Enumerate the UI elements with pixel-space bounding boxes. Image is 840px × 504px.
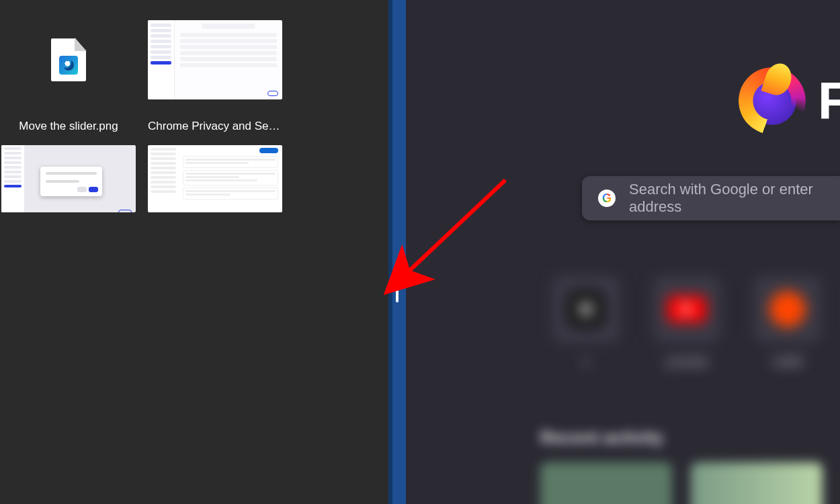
google-icon <box>598 190 616 207</box>
shortcut-tile[interactable]: x <box>552 276 620 369</box>
reddit-icon <box>769 291 806 327</box>
file-item[interactable]: Chrome Privacy and Securi… <box>148 0 282 133</box>
screenshot-preview <box>148 145 282 212</box>
screenshot-preview <box>1 145 136 212</box>
firefox-wordmark: F <box>818 75 840 127</box>
file-thumbnail <box>1 145 136 212</box>
file-thumbnail <box>1 20 136 99</box>
firefox-logo-icon <box>739 67 806 134</box>
shortcut-label: youtube <box>665 355 708 369</box>
shortcut-label: reddit <box>772 355 802 369</box>
screenshot-preview <box>148 20 282 99</box>
recent-activity-heading: Recent activity <box>540 427 664 448</box>
shortcut-label: x <box>583 355 589 369</box>
file-explorer-pane: Move the slider.png Chrome Privacy and S… <box>0 0 388 504</box>
file-item[interactable] <box>148 145 282 233</box>
drag-handle-icon[interactable] <box>396 276 398 302</box>
shortcut-tile[interactable]: youtube <box>653 276 720 369</box>
youtube-icon <box>667 296 706 323</box>
recent-activity-row <box>540 462 840 504</box>
shortcut-tile[interactable]: reddit <box>754 276 821 369</box>
file-item[interactable] <box>1 145 136 233</box>
window-snap-divider[interactable] <box>388 0 406 504</box>
thumbnail-grid: Move the slider.png Chrome Privacy and S… <box>0 0 388 233</box>
file-thumbnail <box>148 20 282 99</box>
recent-card[interactable] <box>540 462 672 504</box>
recent-card[interactable] <box>691 462 823 504</box>
top-sites-row: x youtube reddit <box>552 276 840 369</box>
x-icon <box>568 291 604 327</box>
file-thumbnail <box>148 145 282 212</box>
search-placeholder: Search with Google or enter address <box>629 181 824 216</box>
image-file-icon <box>51 38 86 81</box>
file-label: Chrome Privacy and Securi… <box>148 120 282 133</box>
firefox-brand: F <box>739 67 840 134</box>
search-bar[interactable]: Search with Google or enter address <box>582 176 840 220</box>
file-label: Move the slider.png <box>19 120 118 133</box>
firefox-newtab-pane: F Search with Google or enter address x … <box>406 0 840 504</box>
file-item[interactable]: Move the slider.png <box>1 0 136 133</box>
